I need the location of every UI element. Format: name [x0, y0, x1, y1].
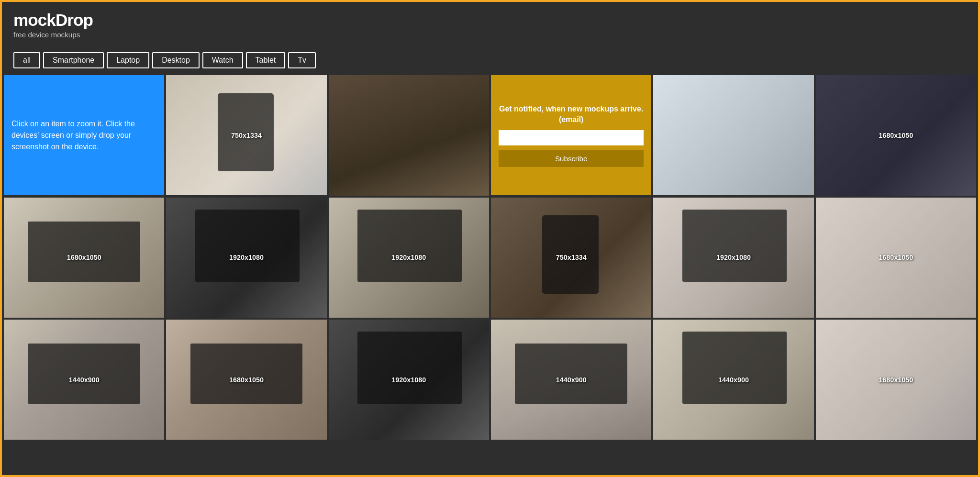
dimension-label: 1920x1080 [391, 376, 426, 384]
filter-btn-laptop[interactable]: Laptop [107, 52, 149, 68]
filter-btn-tablet[interactable]: Tablet [246, 52, 286, 68]
dimension-label: 1920x1080 [716, 254, 751, 261]
mockup-item[interactable]: 1920x1080 [653, 198, 813, 318]
dimension-label: 1680x1050 [879, 254, 913, 261]
info-box: Click on an item to zoom it. Click the d… [4, 75, 164, 195]
mockup-grid: Click on an item to zoom it. Click the d… [2, 75, 978, 442]
notify-label: Get notified, when new mockups arrive. (… [499, 104, 644, 125]
mockup-item[interactable]: 1920x1080 [329, 320, 489, 440]
dimension-label: 1440x900 [69, 376, 100, 384]
dimension-label: 1680x1050 [879, 132, 913, 139]
mockup-item[interactable]: 1440x900 [653, 320, 813, 440]
mockup-item[interactable]: 1680x1050 [816, 320, 976, 440]
dimension-label: 1680x1050 [67, 254, 101, 261]
mockup-item[interactable]: 750x1334 [166, 75, 326, 195]
filter-btn-all[interactable]: all [13, 52, 40, 68]
mockup-item[interactable]: 1680x1050 [816, 198, 976, 318]
filter-bar: allSmartphoneLaptopDesktopWatchTabletTv [2, 44, 978, 75]
filter-btn-smartphone[interactable]: Smartphone [43, 52, 104, 68]
site-title: mockDrop [13, 11, 967, 30]
dimension-label: 1440x900 [718, 376, 749, 384]
dimension-label: 750x1334 [556, 254, 587, 261]
email-input[interactable] [499, 130, 644, 145]
mockup-item[interactable]: 1920x1080 [166, 198, 326, 318]
dimension-label: 1680x1050 [879, 376, 913, 384]
mockup-item[interactable]: 1680x1050 [4, 198, 164, 318]
mockup-item[interactable]: 1680x1050 [816, 75, 976, 196]
subscribe-button[interactable]: Subscribe [499, 150, 644, 167]
mockup-item[interactable] [653, 75, 813, 195]
mockup-item[interactable]: 1440x900 [491, 320, 651, 440]
dimension-label: 1680x1050 [229, 376, 264, 384]
mockup-item[interactable]: 1920x1080 [329, 198, 489, 318]
info-text: Click on an item to zoom it. Click the d… [11, 118, 156, 153]
dimension-label: 1920x1080 [229, 254, 264, 261]
filter-btn-desktop[interactable]: Desktop [152, 52, 200, 68]
mockup-item[interactable] [329, 75, 489, 196]
filter-btn-tv[interactable]: Tv [288, 52, 316, 68]
notify-box: Get notified, when new mockups arrive. (… [491, 75, 651, 195]
filter-btn-watch[interactable]: Watch [202, 52, 243, 68]
site-subtitle: free device mockups [13, 31, 967, 39]
mockup-item[interactable]: 1440x900 [4, 320, 164, 440]
dimension-label: 1920x1080 [391, 254, 426, 261]
mockup-item[interactable]: 1680x1050 [166, 320, 326, 440]
dimension-label: 750x1334 [231, 132, 262, 139]
dimension-label: 1440x900 [556, 376, 587, 384]
mockup-item[interactable]: 750x1334 [491, 198, 651, 318]
